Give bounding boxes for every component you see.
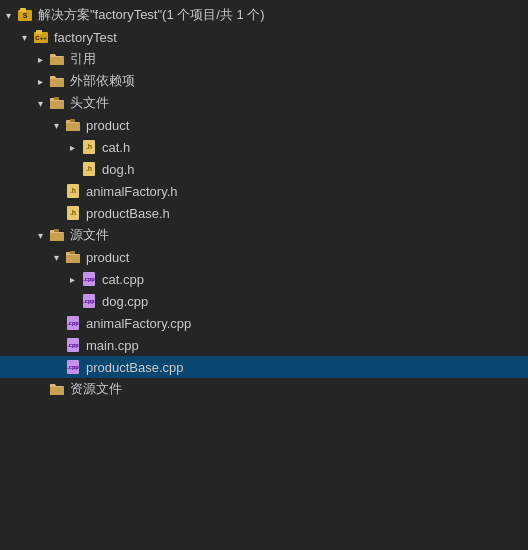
folder-ext-icon	[48, 72, 66, 90]
tree-item-cat-cpp[interactable]: .cpp cat.cpp	[0, 268, 528, 290]
tree-item-label: 解决方案"factoryTest"(1 个项目/共 1 个)	[38, 6, 265, 24]
tree-item-animalFactory-h[interactable]: .h animalFactory.h	[0, 180, 528, 202]
tree-item-external-deps[interactable]: 外部依赖项	[0, 70, 528, 92]
svg-text:.cpp: .cpp	[67, 320, 79, 326]
tree-chevron[interactable]	[32, 95, 48, 111]
tree-item-solution[interactable]: S 解决方案"factoryTest"(1 个项目/共 1 个)	[0, 4, 528, 26]
tree-item-label: animalFactory.h	[86, 184, 178, 199]
tree-item-cat-h[interactable]: .h cat.h	[0, 136, 528, 158]
svg-text:.h: .h	[70, 209, 76, 216]
tree-item-dog-cpp[interactable]: .cpp dog.cpp	[0, 290, 528, 312]
tree-chevron[interactable]	[48, 117, 64, 133]
folder-src-icon	[48, 226, 66, 244]
tree-item-label: main.cpp	[86, 338, 139, 353]
header-icon: .h	[80, 138, 98, 156]
tree-item-references[interactable]: 引用	[0, 48, 528, 70]
tree-item-sources[interactable]: 源文件	[0, 224, 528, 246]
source-icon: .cpp	[64, 314, 82, 332]
solution-explorer: S 解决方案"factoryTest"(1 个项目/共 1 个) C++ fac…	[0, 0, 528, 550]
tree-chevron[interactable]	[16, 29, 32, 45]
svg-rect-4	[36, 30, 42, 34]
source-icon: .cpp	[64, 358, 82, 376]
tree-item-label: cat.cpp	[102, 272, 144, 287]
folder-src-icon	[64, 116, 82, 134]
svg-text:S: S	[23, 12, 28, 19]
svg-text:.cpp: .cpp	[83, 276, 95, 282]
tree-chevron[interactable]	[32, 227, 48, 243]
project-icon: C++	[32, 28, 50, 46]
header-icon: .h	[80, 160, 98, 178]
svg-text:.cpp: .cpp	[83, 298, 95, 304]
tree-item-main-cpp[interactable]: .cpp main.cpp	[0, 334, 528, 356]
source-icon: .cpp	[80, 270, 98, 288]
tree-chevron[interactable]	[32, 73, 48, 89]
tree-item-dog-h[interactable]: .h dog.h	[0, 158, 528, 180]
tree-item-label: 资源文件	[70, 380, 122, 398]
tree-chevron[interactable]	[48, 249, 64, 265]
tree-item-animalFactory-cpp[interactable]: .cpp animalFactory.cpp	[0, 312, 528, 334]
folder-res-icon	[48, 380, 66, 398]
folder-src-icon	[48, 94, 66, 112]
tree-item-resources[interactable]: 资源文件	[0, 378, 528, 400]
tree-item-product-cpp[interactable]: product	[0, 246, 528, 268]
header-icon: .h	[64, 182, 82, 200]
svg-text:.h: .h	[70, 187, 76, 194]
svg-rect-6	[54, 97, 59, 100]
svg-text:.h: .h	[86, 143, 92, 150]
tree-item-label: dog.cpp	[102, 294, 148, 309]
tree-item-headers[interactable]: 头文件	[0, 92, 528, 114]
tree-item-label: 源文件	[70, 226, 109, 244]
header-icon: .h	[64, 204, 82, 222]
folder-src-icon	[64, 248, 82, 266]
tree-item-label: 引用	[70, 50, 96, 68]
svg-rect-7	[70, 119, 75, 122]
tree-item-label: 外部依赖项	[70, 72, 135, 90]
tree-item-product-h[interactable]: product	[0, 114, 528, 136]
tree-item-label: cat.h	[102, 140, 130, 155]
tree-item-label: dog.h	[102, 162, 135, 177]
tree-item-label: productBase.cpp	[86, 360, 184, 375]
tree-chevron[interactable]	[0, 7, 16, 23]
svg-text:.h: .h	[86, 165, 92, 172]
folder-ref-icon	[48, 50, 66, 68]
tree-item-label: factoryTest	[54, 30, 117, 45]
tree-chevron[interactable]	[64, 271, 80, 287]
tree-item-project[interactable]: C++ factoryTest	[0, 26, 528, 48]
tree-item-productBase-h[interactable]: .h productBase.h	[0, 202, 528, 224]
source-icon: .cpp	[64, 336, 82, 354]
solution-icon: S	[16, 6, 34, 24]
tree-item-label: productBase.h	[86, 206, 170, 221]
tree-item-label: 头文件	[70, 94, 109, 112]
tree-item-productBase-cpp[interactable]: .cpp productBase.cpp	[0, 356, 528, 378]
tree-item-label: animalFactory.cpp	[86, 316, 191, 331]
tree-item-label: product	[86, 118, 129, 133]
svg-rect-16	[54, 229, 59, 232]
tree-item-label: product	[86, 250, 129, 265]
source-icon: .cpp	[80, 292, 98, 310]
tree-chevron[interactable]	[32, 51, 48, 67]
svg-rect-17	[70, 251, 75, 254]
svg-text:.cpp: .cpp	[67, 364, 79, 370]
tree-chevron[interactable]	[64, 139, 80, 155]
svg-text:C++: C++	[35, 35, 47, 41]
svg-text:.cpp: .cpp	[67, 342, 79, 348]
